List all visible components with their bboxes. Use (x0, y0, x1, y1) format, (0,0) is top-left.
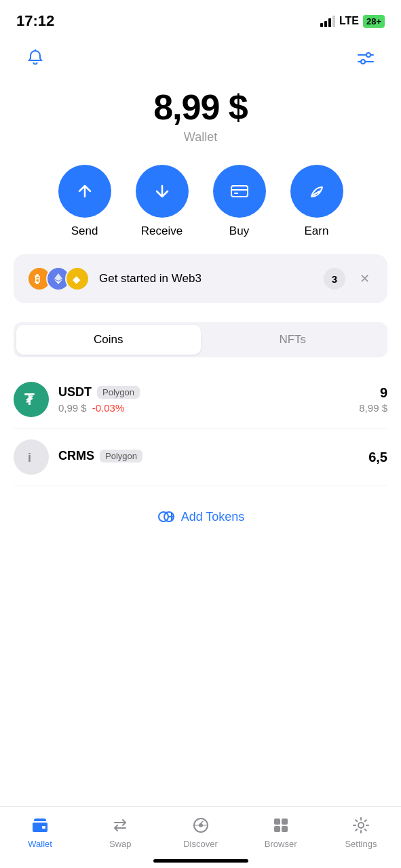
usdt-value: 8,99 $ (359, 402, 387, 414)
svg-rect-25 (282, 818, 288, 825)
earn-action[interactable]: Earn (290, 165, 343, 238)
buy-button[interactable] (213, 165, 266, 218)
usdt-name: USDT (58, 385, 92, 399)
svg-point-22 (199, 823, 203, 827)
settings-nav-label: Settings (345, 839, 377, 849)
crms-icon: i (14, 439, 49, 475)
status-right: LTE 28+ (320, 15, 385, 28)
svg-rect-20 (42, 826, 45, 829)
coin-item-usdt[interactable]: ₮ USDT Polygon 0,99 $ -0.03% 9 8,99 $ (14, 371, 387, 429)
nav-settings[interactable]: Settings (321, 815, 401, 849)
receive-button[interactable] (136, 165, 189, 218)
tab-nfts[interactable]: NFTs (201, 325, 385, 355)
svg-rect-8 (234, 193, 238, 194)
coin-list: ₮ USDT Polygon 0,99 $ -0.03% 9 8,99 $ i (0, 371, 401, 486)
crms-name: CRMS (58, 449, 94, 463)
nav-discover[interactable]: Discover (160, 815, 240, 849)
nav-browser[interactable]: Browser (241, 815, 321, 849)
receive-action[interactable]: Receive (136, 165, 189, 238)
usdt-change: -0.03% (92, 402, 125, 414)
send-label: Send (71, 224, 98, 238)
leaf-icon (306, 180, 328, 202)
browser-nav-icon (271, 815, 291, 835)
usdt-info: USDT Polygon 0,99 $ -0.03% (58, 385, 349, 414)
svg-rect-24 (274, 818, 280, 825)
web3-banner[interactable]: ₿ ◆ Get started in Web3 3 ✕ (14, 254, 387, 303)
tab-coins[interactable]: Coins (16, 325, 201, 355)
arrow-up-icon (74, 180, 96, 202)
wallet-nav-label: Wallet (28, 839, 52, 849)
svg-text:i: i (28, 451, 31, 465)
buy-action[interactable]: Buy (213, 165, 266, 238)
signal-bars (320, 15, 335, 27)
svg-marker-10 (54, 273, 62, 281)
earn-button[interactable] (290, 165, 343, 218)
balance-label: Wallet (0, 130, 401, 144)
usdt-amount: 9 (359, 385, 387, 401)
usdt-network: Polygon (97, 386, 140, 399)
battery-indicator: 28+ (363, 15, 385, 28)
usdt-icon: ₮ (14, 382, 49, 417)
earn-label: Earn (305, 224, 329, 238)
crms-info: CRMS Polygon (58, 449, 359, 466)
add-tokens-button[interactable]: Add Tokens (0, 486, 401, 539)
discover-nav-icon (191, 815, 211, 835)
svg-text:◆: ◆ (72, 274, 81, 285)
svg-rect-6 (231, 186, 248, 197)
web3-count-badge: 3 (324, 268, 345, 290)
svg-point-28 (358, 823, 364, 828)
send-action[interactable]: Send (58, 165, 111, 238)
notification-button[interactable] (20, 43, 50, 73)
card-icon (229, 180, 250, 202)
bell-icon (26, 49, 45, 68)
status-time: 17:12 (16, 12, 54, 30)
web3-text: Get started in Web3 (99, 272, 314, 285)
balance-amount: 8,99 $ (0, 87, 401, 127)
coin-item-crms[interactable]: i CRMS Polygon 6,5 (14, 429, 387, 486)
web3-close-button[interactable]: ✕ (355, 269, 374, 288)
arrow-down-icon (151, 180, 173, 202)
nav-swap[interactable]: Swap (80, 815, 160, 849)
svg-rect-26 (274, 826, 280, 832)
web3-crypto-icons: ₿ ◆ (27, 267, 90, 291)
usdt-price: 0,99 $ (58, 402, 87, 414)
add-tokens-icon (157, 508, 174, 526)
bnb-icon: ◆ (65, 267, 90, 291)
swap-nav-icon (110, 815, 130, 835)
settings-nav-icon (351, 815, 371, 835)
send-button[interactable] (58, 165, 111, 218)
buy-label: Buy (229, 224, 249, 238)
add-tokens-label: Add Tokens (181, 510, 245, 524)
crms-amount: 6,5 (368, 450, 387, 465)
nav-wallet[interactable]: Wallet (0, 815, 80, 849)
action-buttons-row: Send Receive Buy Earn (0, 158, 401, 254)
filter-settings-button[interactable] (351, 43, 381, 73)
svg-line-23 (201, 821, 203, 823)
top-icons-row (0, 37, 401, 80)
svg-text:₮: ₮ (24, 391, 35, 408)
svg-text:₿: ₿ (35, 273, 40, 285)
browser-nav-label: Browser (265, 839, 297, 849)
wallet-nav-icon (30, 815, 50, 835)
usdt-balance: 9 8,99 $ (359, 385, 387, 414)
crms-balance: 6,5 (368, 450, 387, 465)
receive-label: Receive (141, 224, 183, 238)
svg-rect-27 (282, 826, 288, 832)
lte-label: LTE (339, 15, 359, 27)
status-bar: 17:12 LTE 28+ (0, 0, 401, 37)
asset-tabs: Coins NFTs (14, 322, 387, 357)
sliders-icon (356, 48, 376, 68)
swap-nav-label: Swap (109, 839, 132, 849)
home-indicator (153, 859, 248, 863)
discover-nav-label: Discover (183, 839, 218, 849)
crms-network: Polygon (100, 450, 142, 462)
balance-section: 8,99 $ Wallet (0, 80, 401, 158)
